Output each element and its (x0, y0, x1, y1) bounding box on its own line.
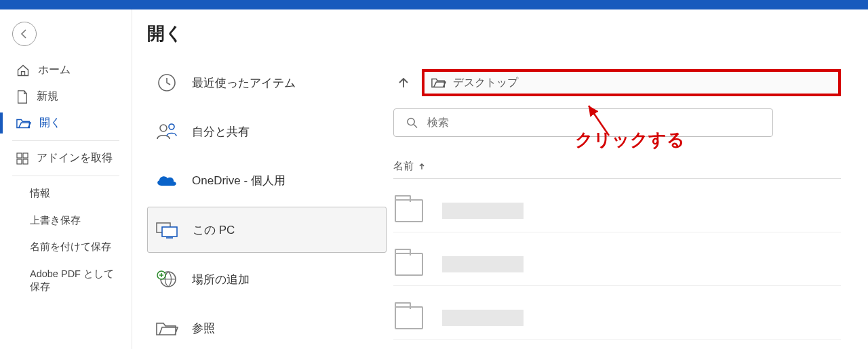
home-icon (16, 64, 30, 77)
location-onedrive[interactable]: OneDrive - 個人用 (147, 158, 387, 203)
svg-point-6 (169, 124, 174, 129)
backstage-sidebar: ホーム 新規 開く アドインを取得 情報 上書き保存 名前を付けて保存 Adob… (0, 9, 132, 349)
location-label: 参照 (192, 321, 215, 336)
locations-panel: 開く 最近使ったアイテム 自分と共有 OneDrive - 個人用 (132, 9, 393, 349)
search-box[interactable] (393, 108, 773, 137)
sidebar-item-label: アドインを取得 (37, 151, 113, 165)
svg-point-5 (160, 125, 167, 131)
sidebar-sub-save[interactable]: 上書き保存 (0, 207, 132, 234)
shared-icon (154, 119, 180, 144)
column-header-label: 名前 (393, 160, 414, 173)
file-name-redacted (442, 310, 524, 326)
location-label: 場所の追加 (192, 272, 250, 287)
path-current-label: デスクトップ (453, 76, 518, 90)
sort-asc-icon (418, 163, 426, 171)
location-shared[interactable]: 自分と共有 (147, 109, 387, 154)
location-addplace[interactable]: 場所の追加 (147, 257, 387, 302)
addplace-icon (154, 266, 180, 292)
sidebar-divider (12, 140, 119, 141)
file-name-redacted (442, 203, 524, 219)
file-name-redacted (442, 256, 524, 272)
back-arrow-icon (19, 28, 30, 39)
sidebar-item-open[interactable]: 開く (0, 110, 132, 136)
thispc-icon (155, 217, 180, 243)
svg-rect-8 (162, 227, 177, 237)
addin-icon (16, 152, 28, 165)
svg-rect-0 (17, 153, 22, 158)
folder-icon (395, 306, 423, 329)
onedrive-icon (154, 167, 180, 193)
sidebar-item-label: 開く (39, 116, 61, 130)
svg-line-13 (414, 125, 417, 128)
sidebar-item-home[interactable]: ホーム (0, 57, 132, 83)
sidebar-divider (12, 176, 119, 176)
sidebar-sub-saveas[interactable]: 名前を付けて保存 (0, 234, 132, 261)
search-input[interactable] (427, 117, 760, 129)
svg-rect-2 (17, 159, 22, 164)
svg-point-12 (408, 118, 414, 125)
path-up-button[interactable] (393, 73, 414, 93)
browse-icon (154, 315, 180, 341)
search-icon (406, 117, 418, 129)
list-item[interactable] (393, 306, 841, 340)
sidebar-item-addins[interactable]: アドインを取得 (0, 145, 132, 171)
title-bar (0, 0, 868, 9)
list-item[interactable] (393, 253, 841, 286)
location-label: OneDrive - 個人用 (192, 173, 285, 188)
svg-rect-3 (23, 159, 28, 164)
sidebar-sub-adobepdf[interactable]: Adobe PDF として保存 (0, 261, 132, 301)
sidebar-item-label: 新規 (37, 89, 58, 104)
file-list (393, 199, 841, 340)
location-recent[interactable]: 最近使ったアイテム (147, 60, 387, 105)
path-dropdown[interactable]: デスクトップ (422, 69, 841, 96)
location-label: 自分と共有 (192, 124, 250, 140)
list-item[interactable] (393, 199, 841, 232)
back-button[interactable] (12, 22, 37, 46)
folder-open-icon (431, 77, 446, 89)
open-icon (16, 117, 31, 129)
page-title: 開く (147, 22, 387, 45)
folder-icon (395, 199, 423, 222)
up-arrow-icon (397, 76, 410, 89)
sidebar-item-new[interactable]: 新規 (0, 83, 132, 110)
column-header-name[interactable]: 名前 (393, 160, 841, 179)
svg-rect-1 (23, 153, 28, 158)
location-thispc[interactable]: この PC (147, 207, 387, 253)
file-area: デスクトップ 名前 (393, 9, 868, 349)
location-label: 最近使ったアイテム (192, 75, 296, 91)
location-label: この PC (193, 222, 235, 238)
location-browse[interactable]: 参照 (147, 306, 387, 349)
sidebar-sub-info[interactable]: 情報 (0, 180, 132, 207)
sidebar-item-label: ホーム (38, 63, 71, 77)
new-icon (16, 90, 28, 104)
folder-icon (395, 253, 423, 276)
recent-icon (154, 70, 180, 96)
